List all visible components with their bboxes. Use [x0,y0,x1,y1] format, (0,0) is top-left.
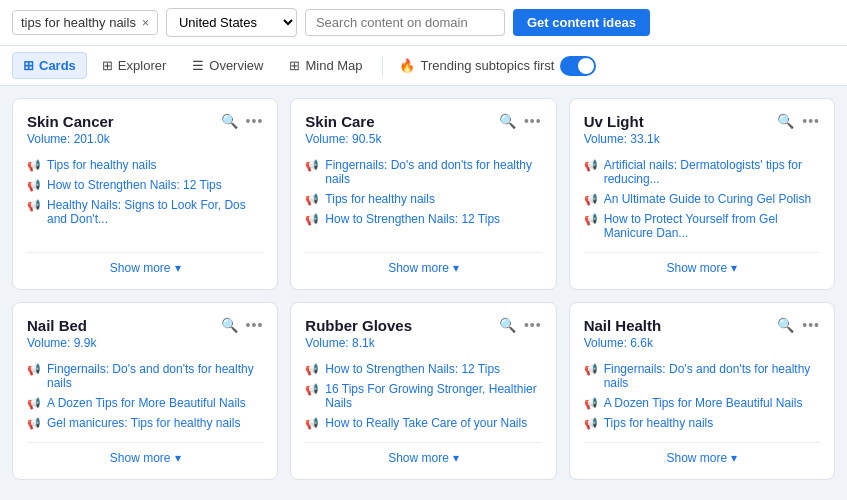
search-tag-close[interactable]: × [142,16,149,30]
search-icon[interactable]: 🔍 [777,317,794,333]
show-more-button[interactable]: Show more ▾ [110,261,181,275]
show-more-button[interactable]: Show more ▾ [666,261,737,275]
card-link-item[interactable]: 📢 Tips for healthy nails [27,158,263,172]
show-more-row: Show more ▾ [584,252,820,275]
card-volume: Volume: 8.1k [305,336,541,350]
card-link-item[interactable]: 📢 16 Tips For Growing Stronger, Healthie… [305,382,541,410]
show-more-row: Show more ▾ [27,252,263,275]
card-link-item[interactable]: 📢 How to Really Take Care of your Nails [305,416,541,430]
card-volume: Volume: 33.1k [584,132,820,146]
megaphone-icon: 📢 [584,193,598,206]
cards-icon: ⊞ [23,58,34,73]
nav-divider [382,56,383,76]
search-icon[interactable]: 🔍 [777,113,794,129]
card-links: 📢 Fingernails: Do's and don'ts for healt… [305,158,541,240]
card-link-text: Artificial nails: Dermatologists' tips f… [604,158,820,186]
show-more-button[interactable]: Show more ▾ [110,451,181,465]
card-link-text: How to Strengthen Nails: 12 Tips [47,178,222,192]
card-link-text: 16 Tips For Growing Stronger, Healthier … [325,382,541,410]
card-link-item[interactable]: 📢 How to Strengthen Nails: 12 Tips [305,212,541,226]
megaphone-icon: 📢 [584,363,598,376]
card-link-text: How to Really Take Care of your Nails [325,416,527,430]
tab-overview[interactable]: ☰ Overview [181,52,274,79]
card-link-item[interactable]: 📢 How to Strengthen Nails: 12 Tips [27,178,263,192]
more-options-icon[interactable]: ••• [246,317,264,333]
card-header: Uv Light 🔍 ••• [584,113,820,130]
card-actions: 🔍 ••• [499,113,542,129]
megaphone-icon: 📢 [305,193,319,206]
card-link-item[interactable]: 📢 A Dozen Tips for More Beautiful Nails [584,396,820,410]
card-nail-health: Nail Health 🔍 ••• Volume: 6.6k 📢 Fingern… [569,302,835,480]
more-options-icon[interactable]: ••• [802,113,820,129]
card-links: 📢 Tips for healthy nails 📢 How to Streng… [27,158,263,240]
card-link-item[interactable]: 📢 Healthy Nails: Signs to Look For, Dos … [27,198,263,226]
show-more-button[interactable]: Show more ▾ [666,451,737,465]
card-link-text: Gel manicures: Tips for healthy nails [47,416,240,430]
more-options-icon[interactable]: ••• [802,317,820,333]
card-link-text: An Ultimate Guide to Curing Gel Polish [604,192,811,206]
search-icon[interactable]: 🔍 [499,113,516,129]
card-header: Skin Care 🔍 ••• [305,113,541,130]
card-link-item[interactable]: 📢 Artificial nails: Dermatologists' tips… [584,158,820,186]
megaphone-icon: 📢 [27,417,41,430]
card-title: Skin Cancer [27,113,114,130]
trending-label-container: 🔥 Trending subtopics first [399,56,597,76]
overview-icon: ☰ [192,58,204,73]
megaphone-icon: 📢 [27,159,41,172]
search-tag: tips for healthy nails × [12,10,158,35]
card-link-item[interactable]: 📢 How to Strengthen Nails: 12 Tips [305,362,541,376]
card-header: Skin Cancer 🔍 ••• [27,113,263,130]
show-more-row: Show more ▾ [584,442,820,465]
country-select[interactable]: United States United Kingdom Canada [166,8,297,37]
megaphone-icon: 📢 [305,159,319,172]
search-tag-text: tips for healthy nails [21,15,136,30]
show-more-label: Show more [110,261,171,275]
card-link-text: A Dozen Tips for More Beautiful Nails [604,396,803,410]
card-link-item[interactable]: 📢 Fingernails: Do's and don'ts for healt… [27,362,263,390]
card-link-item[interactable]: 📢 Tips for healthy nails [305,192,541,206]
domain-search-input[interactable] [305,9,505,36]
card-link-item[interactable]: 📢 Fingernails: Do's and don'ts for healt… [584,362,820,390]
card-link-text: Fingernails: Do's and don'ts for healthy… [604,362,820,390]
nav-bar: ⊞ Cards ⊞ Explorer ☰ Overview ⊞ Mind Map… [0,46,847,86]
tab-mindmap[interactable]: ⊞ Mind Map [278,52,373,79]
card-link-item[interactable]: 📢 Fingernails: Do's and don'ts for healt… [305,158,541,186]
card-actions: 🔍 ••• [221,317,264,333]
card-links: 📢 Fingernails: Do's and don'ts for healt… [27,362,263,430]
show-more-label: Show more [110,451,171,465]
megaphone-icon: 📢 [27,363,41,376]
search-icon[interactable]: 🔍 [221,113,238,129]
get-ideas-button[interactable]: Get content ideas [513,9,650,36]
trending-label-text: Trending subtopics first [421,58,555,73]
show-more-label: Show more [666,451,727,465]
card-link-text: Fingernails: Do's and don'ts for healthy… [47,362,263,390]
card-actions: 🔍 ••• [777,113,820,129]
chevron-down-icon: ▾ [731,261,737,275]
card-link-text: How to Protect Yourself from Gel Manicur… [604,212,820,240]
megaphone-icon: 📢 [305,383,319,396]
card-actions: 🔍 ••• [499,317,542,333]
card-links: 📢 Fingernails: Do's and don'ts for healt… [584,362,820,430]
card-link-item[interactable]: 📢 Tips for healthy nails [584,416,820,430]
more-options-icon[interactable]: ••• [524,113,542,129]
card-link-item[interactable]: 📢 Gel manicures: Tips for healthy nails [27,416,263,430]
card-link-item[interactable]: 📢 A Dozen Tips for More Beautiful Nails [27,396,263,410]
megaphone-icon: 📢 [584,397,598,410]
megaphone-icon: 📢 [27,397,41,410]
megaphone-icon: 📢 [305,213,319,226]
trending-toggle[interactable] [560,56,596,76]
show-more-button[interactable]: Show more ▾ [388,261,459,275]
show-more-button[interactable]: Show more ▾ [388,451,459,465]
explorer-icon: ⊞ [102,58,113,73]
show-more-label: Show more [388,451,449,465]
tab-explorer[interactable]: ⊞ Explorer [91,52,177,79]
search-icon[interactable]: 🔍 [499,317,516,333]
more-options-icon[interactable]: ••• [524,317,542,333]
tab-cards[interactable]: ⊞ Cards [12,52,87,79]
more-options-icon[interactable]: ••• [246,113,264,129]
card-link-item[interactable]: 📢 How to Protect Yourself from Gel Manic… [584,212,820,240]
search-icon[interactable]: 🔍 [221,317,238,333]
card-actions: 🔍 ••• [221,113,264,129]
card-skin-cancer: Skin Cancer 🔍 ••• Volume: 201.0k 📢 Tips … [12,98,278,290]
card-link-item[interactable]: 📢 An Ultimate Guide to Curing Gel Polish [584,192,820,206]
